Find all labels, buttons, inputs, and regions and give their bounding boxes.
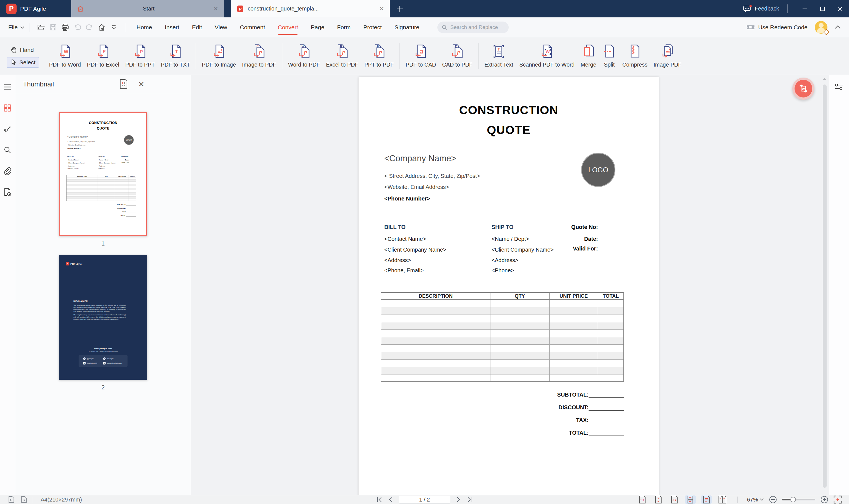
sidebar-thumbnail-button[interactable] — [2, 102, 13, 114]
thumbnail-page-number: 2 — [101, 384, 104, 391]
tool-pdf-to-cad[interactable]: PDF to CAD — [402, 44, 439, 68]
page-grid-icon[interactable] — [119, 79, 128, 89]
thumbnail-page-1[interactable]: CONSTRUCTION QUOTE <Company Name> < Stre… — [59, 112, 148, 236]
page-indicator-input[interactable]: 1 / 2 — [399, 496, 450, 503]
home-toolbar-icon[interactable] — [96, 21, 108, 33]
collapse-toolbar-chevron-up-icon[interactable] — [835, 25, 841, 29]
chevron-down-icon — [760, 499, 764, 501]
print-button[interactable] — [59, 21, 71, 33]
redeem-code-label: Use Redeem Code — [758, 24, 808, 31]
search-box[interactable] — [437, 21, 509, 33]
menu-item-insert[interactable]: Insert — [165, 24, 179, 31]
fit-width-button[interactable] — [669, 496, 680, 504]
sidebar-signature-button[interactable] — [2, 123, 13, 135]
sidebar-file-history-button[interactable] — [2, 185, 13, 198]
new-tab-button[interactable] — [390, 0, 410, 17]
first-page-button[interactable] — [376, 497, 382, 503]
actual-size-button[interactable]: 1:1 — [637, 496, 648, 504]
scrollbar-thumb[interactable] — [823, 85, 827, 488]
pdf-to-image-icon — [212, 44, 226, 59]
previous-view-button[interactable] — [7, 496, 15, 503]
tool-image-pdf[interactable]: Image PDF — [651, 44, 685, 68]
zoom-slider-handle[interactable] — [791, 497, 796, 502]
close-icon[interactable]: ✕ — [213, 5, 219, 13]
customize-quick-access-icon[interactable] — [108, 21, 120, 33]
continuous-scroll-button[interactable] — [685, 496, 696, 504]
document-page-1[interactable]: CONSTRUCTION QUOTE <Company Name> < Stre… — [359, 77, 659, 496]
social-facebook: fPDF Agile — [103, 357, 123, 360]
tool-scanned-pdf-to-word[interactable]: W Scanned PDF to Word — [516, 44, 577, 68]
menu-item-edit[interactable]: Edit — [192, 24, 202, 31]
menu-item-form[interactable]: Form — [337, 24, 350, 31]
minimize-button[interactable] — [796, 0, 814, 17]
vertical-scrollbar[interactable] — [822, 77, 827, 491]
tool-merge[interactable]: Merge — [577, 44, 599, 68]
quick-convert-to-word-button[interactable]: W — [792, 77, 814, 100]
sidebar-menu-button[interactable] — [2, 80, 13, 93]
save-button[interactable] — [47, 21, 59, 33]
select-tool-button[interactable]: Select — [7, 57, 39, 68]
open-file-button[interactable] — [35, 21, 47, 33]
redeem-code-button[interactable]: Use Redeem Code — [746, 24, 808, 31]
fullscreen-button[interactable] — [833, 496, 842, 504]
menu-item-comment[interactable]: Comment — [240, 24, 265, 31]
close-window-button[interactable] — [831, 0, 849, 17]
menu-item-convert[interactable]: Convert — [278, 24, 298, 31]
svg-text:P: P — [379, 50, 382, 56]
file-menu[interactable]: File — [8, 24, 24, 31]
sliders-icon[interactable] — [834, 83, 844, 91]
split-icon — [602, 44, 616, 59]
tool-compress[interactable]: Compress — [619, 44, 651, 68]
redo-button[interactable] — [84, 21, 96, 33]
tool-pdf-to-image[interactable]: PDF to Image — [199, 44, 239, 68]
single-page-button[interactable] — [701, 496, 712, 504]
menu-item-view[interactable]: View — [215, 24, 227, 31]
zoom-slider[interactable] — [782, 499, 815, 500]
zoom-level-dropdown[interactable]: 67% — [747, 497, 764, 503]
hand-icon — [10, 47, 17, 54]
fit-page-button[interactable] — [653, 496, 664, 504]
sidebar-attachment-button[interactable] — [2, 165, 13, 177]
zoom-out-button[interactable] — [769, 496, 777, 504]
last-page-button[interactable] — [467, 497, 473, 503]
bill-line: <Phone, Email> — [67, 168, 79, 170]
undo-button[interactable] — [71, 21, 84, 33]
tool-pdf-to-excel[interactable]: E PDF to Excel — [84, 44, 122, 68]
tool-pdf-to-ppt[interactable]: P PDF to PPT — [122, 44, 158, 68]
close-panel-icon[interactable]: ✕ — [138, 80, 144, 89]
tab-start[interactable]: Start ✕ — [71, 0, 224, 17]
tool-extract-text[interactable]: T Extract Text — [481, 44, 516, 68]
facing-pages-button[interactable] — [717, 496, 728, 504]
pdf-agile-window: P PDF Agile Start ✕ P construction_quote… — [0, 0, 849, 504]
zoom-level-value: 67% — [747, 497, 758, 503]
tool-label: CAD to PDF — [442, 61, 472, 68]
tool-pdf-to-word[interactable]: W PDF to Word — [46, 44, 84, 68]
previous-page-button[interactable] — [388, 497, 393, 503]
tab-document[interactable]: P construction_quote_templa... ✕ — [231, 0, 390, 17]
tool-image-to-pdf[interactable]: P Image to PDF — [239, 44, 279, 68]
thumbnail-page-2[interactable]: P PDFAgile DISCLAIMER The templates and … — [59, 255, 148, 380]
sidebar-search-button[interactable] — [2, 144, 13, 156]
menu-item-signature[interactable]: Signature — [395, 24, 419, 31]
avatar[interactable] — [815, 21, 828, 34]
feedback-button[interactable]: Feedback — [743, 0, 779, 17]
hand-tool-button[interactable]: Hand — [7, 45, 39, 55]
view-controls: 1:1 67% — [637, 496, 842, 504]
tool-split[interactable]: Split — [599, 44, 619, 68]
next-page-button[interactable] — [456, 497, 461, 503]
next-view-button[interactable] — [20, 496, 28, 503]
maximize-button[interactable] — [814, 0, 831, 17]
zoom-in-button[interactable] — [820, 496, 829, 504]
close-icon[interactable]: ✕ — [379, 5, 384, 13]
search-input[interactable] — [450, 24, 501, 31]
tool-excel-to-pdf[interactable]: EP Excel to PDF — [323, 44, 361, 68]
menu-item-protect[interactable]: Protect — [363, 24, 382, 31]
social-youtube: ▶@pdfagile1863 — [83, 362, 103, 364]
tool-ppt-to-pdf[interactable]: PP PPT to PDF — [361, 44, 397, 68]
tool-word-to-pdf[interactable]: WP Word to PDF — [285, 44, 323, 68]
menu-item-home[interactable]: Home — [137, 24, 152, 31]
doc-street: < Street Address, City, State, Zip/Post> — [67, 141, 95, 143]
tool-cad-to-pdf[interactable]: DP CAD to PDF — [439, 44, 475, 68]
menu-item-page[interactable]: Page — [311, 24, 324, 31]
tool-pdf-to-txt[interactable]: T PDF to TXT — [158, 44, 193, 68]
